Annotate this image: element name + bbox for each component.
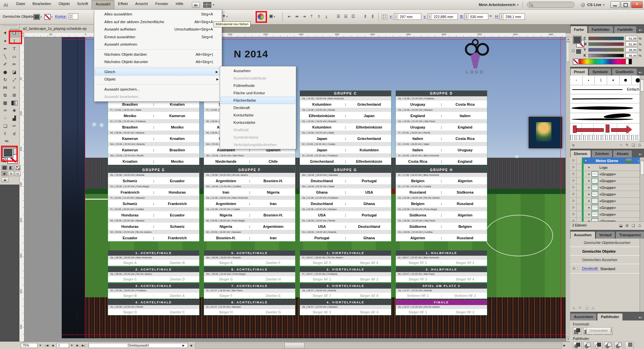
- cmyk-slider-c[interactable]: C61,08%: [584, 36, 641, 41]
- layer-row-meine-ebene[interactable]: ☉▼Meine Ebene○: [570, 157, 644, 164]
- x-field[interactable]: ▲▼297 mm: [394, 13, 421, 20]
- expand-button[interactable]: Umwandeln: [586, 327, 611, 335]
- brushes-tab-grafikstile[interactable]: Grafikstile: [612, 68, 637, 76]
- calligraphic-brush-swatch[interactable]: [583, 76, 595, 85]
- knockout-block-8-achtelfinale[interactable]: 8. ACHTELFINALEDi. | 01.07. | 22.00 Uhr …: [204, 300, 295, 315]
- layer-visibility-icon[interactable]: ☉: [570, 171, 577, 177]
- y-field[interactable]: ▲▼222,895 mm: [428, 13, 458, 20]
- channel-value-field[interactable]: 61,08: [626, 36, 638, 41]
- draw-normal-button[interactable]: ▣: [1, 171, 7, 176]
- layer-expand-icon[interactable]: ▶: [588, 186, 592, 189]
- menubar-item-fenster[interactable]: Fenster: [152, 0, 172, 9]
- none-color-swatch[interactable]: [573, 59, 579, 64]
- mesh-tool[interactable]: ▦: [1, 99, 10, 107]
- brushes-tab-pinsel[interactable]: Pinsel: [570, 68, 588, 76]
- stroke-color-swatch[interactable]: [44, 14, 51, 20]
- stroke-caret-icon[interactable]: ▾: [51, 16, 53, 18]
- brushes-tab-symbole[interactable]: Symbole: [589, 68, 611, 76]
- layer-lock-cell[interactable]: [577, 157, 582, 164]
- menubar-item-objekt[interactable]: Objekt: [55, 0, 73, 9]
- knockout-block-1-viertelfinale[interactable]: 1. VIERTELFINALEFr. | 04.07. | 18.00 Uhr…: [300, 250, 391, 266]
- duplicate-item-icon[interactable]: ❏: [585, 306, 589, 310]
- cs-live-menu[interactable]: CS Live: [587, 3, 601, 7]
- layer-expand-icon[interactable]: ▶: [588, 200, 592, 202]
- link-dimensions-icon[interactable]: ∞: [489, 14, 492, 18]
- layer-expand-icon[interactable]: ▶: [588, 206, 592, 209]
- group-table-g[interactable]: GRUPPE GMo. | 16.06. | 18.00 Uhr | Salva…: [300, 167, 391, 241]
- workspace-switcher[interactable]: Mein Arbeitsbereich: [479, 3, 516, 7]
- calligraphic-brush-swatch[interactable]: [570, 76, 583, 85]
- distribute-middle-icon[interactable]: ☱: [342, 14, 350, 19]
- submenu-item-konturstärke[interactable]: Konturstärke: [220, 119, 296, 126]
- none-mode-button[interactable]: [15, 165, 21, 170]
- first-page-icon[interactable]: |◀: [46, 344, 48, 347]
- layer-row-gruppe[interactable]: ☉▶<Gruppe>○: [570, 198, 644, 204]
- knockout-block-3-viertelfinale[interactable]: 3. VIERTELFINALESa. | 05.07. | 18.00 Uhr…: [300, 283, 391, 299]
- arrow-brush-row[interactable]: [570, 123, 644, 135]
- layers-tab-ebenen[interactable]: Ebenen: [570, 150, 591, 157]
- group-table-h[interactable]: GRUPPE HDi. | 17.06. | 18.00 Uhr | Belo …: [396, 167, 487, 241]
- new-sublayer-icon[interactable]: ⊞: [626, 223, 629, 228]
- knockout-block-2-halbfinale[interactable]: 2. HALBFINALEMi. | 09.07. | 22.00 Uhr | …: [396, 267, 487, 282]
- scroll-up-icon[interactable]: ▲: [566, 37, 571, 42]
- layers-scrollbar[interactable]: [640, 157, 644, 221]
- workspace-switcher-caret-icon[interactable]: ▾: [517, 3, 519, 6]
- submenu-item-aussehen[interactable]: Aussehen: [220, 67, 296, 74]
- select-similar-icon[interactable]: ✦▾: [222, 13, 227, 18]
- screen-mode-button[interactable]: ⬓: [1, 177, 9, 182]
- minus-back-button[interactable]: [625, 342, 634, 349]
- appearance-tab-transparenz[interactable]: Transparenz: [615, 231, 644, 239]
- appearance-opacity-row[interactable]: ☉ Deckkraft: Standard: [570, 264, 644, 273]
- divide-button[interactable]: [573, 342, 582, 349]
- layer-row-gruppe[interactable]: ☉▶<Gruppe>○: [570, 211, 644, 218]
- line-tool[interactable]: ╲: [1, 53, 10, 60]
- group-table-c[interactable]: GRUPPE CSa. | 14.06. | 18.00 Uhr | Belo …: [300, 91, 391, 165]
- restore-button[interactable]: [621, 1, 631, 8]
- pathfinder-panel-menu-icon[interactable]: ▾≡: [639, 316, 644, 320]
- menu-item-alles-auf-der-aktiven-zeichenfläche[interactable]: Alles auf der aktiven ZeichenflächeAlt+S…: [94, 18, 222, 26]
- height-label[interactable]: H:: [495, 14, 499, 19]
- unite-button[interactable]: [573, 327, 582, 335]
- magic-wand-tool[interactable]: ✦: [1, 37, 10, 45]
- appearance-object-row[interactable]: Gemischte Objekte: [570, 247, 644, 256]
- submenu-item-konturfarbe[interactable]: Konturfarbe: [220, 111, 296, 119]
- vertical-ruler[interactable]: 050100150200250300350400: [19, 37, 24, 342]
- bridge-button[interactable]: Br: [192, 2, 200, 8]
- out-of-gamut-cube-icon[interactable]: ⬡: [572, 49, 575, 53]
- blob-brush-tool[interactable]: ●: [1, 68, 10, 76]
- layer-expand-icon[interactable]: ▶: [588, 193, 592, 196]
- current-tool-field[interactable]: Direktauswahl: [89, 343, 188, 348]
- align-left-icon[interactable]: ⇤: [286, 14, 293, 19]
- search-input[interactable]: [527, 2, 575, 8]
- layer-lock-cell[interactable]: [577, 211, 582, 217]
- color-tab-farbe[interactable]: Farbe: [570, 26, 588, 33]
- swan-brush-row[interactable]: [570, 113, 644, 123]
- layer-lock-cell[interactable]: [577, 191, 582, 197]
- free-transform-tool[interactable]: ⌗: [10, 84, 19, 91]
- charcoal-brush-row[interactable]: [570, 94, 644, 103]
- in-gamut-swatch[interactable]: [576, 49, 581, 54]
- menubar-item-effekt[interactable]: Effekt: [114, 0, 131, 9]
- scroll-right-icon[interactable]: ▶: [564, 344, 566, 347]
- submenu-item-flächenfarbe[interactable]: Flächenfarbe: [221, 97, 295, 104]
- layer-visibility-icon[interactable]: ☉: [570, 211, 577, 217]
- layer-row-gruppe[interactable]: ☉▶<Gruppe>○: [570, 171, 644, 178]
- layer-expand-icon[interactable]: ▶: [588, 173, 592, 176]
- cmyk-slider-m[interactable]: M51,94%: [584, 42, 641, 46]
- fill-color-swatch[interactable]: [34, 14, 40, 20]
- x-label[interactable]: x:: [390, 14, 393, 19]
- close-button[interactable]: [631, 1, 643, 8]
- minimize-button[interactable]: [610, 1, 620, 8]
- brush-libraries-icon[interactable]: ⧈: [572, 143, 575, 147]
- align-bottom-icon[interactable]: ⤓: [323, 14, 330, 19]
- zoom-tool[interactable]: ☌: [10, 130, 19, 138]
- delete-brush-icon[interactable]: ♺: [638, 143, 641, 147]
- horizontal-scroll-track[interactable]: [195, 343, 562, 349]
- status-menu-icon[interactable]: ▶: [182, 344, 184, 347]
- align-middle-v-icon[interactable]: ⇳: [315, 14, 323, 19]
- height-field[interactable]: ▲▼298,1 mm: [499, 13, 525, 20]
- group-table-f[interactable]: GRUPPE FSo. | 15.06. | 00.00 Uhr | Rio D…: [204, 167, 295, 241]
- layer-lock-cell[interactable]: [577, 178, 582, 184]
- scroll-down-icon[interactable]: ▼: [566, 337, 571, 342]
- appearance-tab-aussehen[interactable]: Aussehen: [570, 231, 595, 239]
